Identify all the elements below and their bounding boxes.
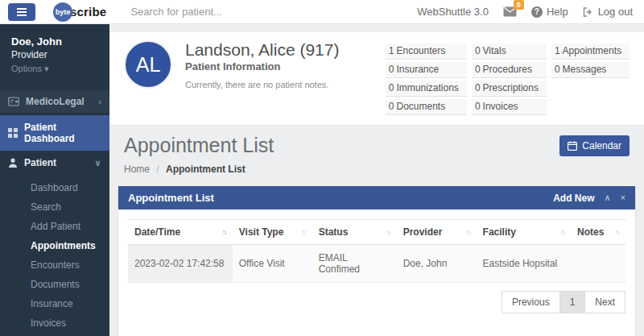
patient-header: AL Landson, Alice (917) Patient Informat… bbox=[109, 32, 644, 126]
hamburger-icon bbox=[16, 7, 27, 17]
table-header-row: Date/Time↑↓ Visit Type↑↓ Status↑↓ Provid… bbox=[128, 220, 625, 245]
sort-icon[interactable]: ↑↓ bbox=[560, 228, 564, 236]
logo-byte: byte bbox=[53, 2, 72, 22]
cell-datetime: 2023-02-02 17:42:58 bbox=[128, 245, 233, 283]
previous-page-button[interactable]: Previous bbox=[502, 291, 560, 313]
sidebar-item-search[interactable]: Search bbox=[0, 197, 109, 217]
stat-insurance[interactable]: 0Insurance bbox=[386, 62, 467, 78]
stat-invoices[interactable]: 0Invoices bbox=[472, 99, 547, 115]
logout-label: Log out bbox=[598, 6, 633, 18]
next-page-button[interactable]: Next bbox=[584, 291, 625, 313]
app-logo[interactable]: byte scribe bbox=[53, 2, 106, 22]
panel-title: Appointment List bbox=[128, 192, 214, 204]
stat-messages[interactable]: 0Messages bbox=[551, 62, 630, 78]
patient-notes-text: Currently, there are no patient notes. bbox=[185, 80, 339, 89]
help-icon: ? bbox=[531, 6, 543, 18]
stat-vitals[interactable]: 0Vitals bbox=[472, 44, 547, 60]
table-row[interactable]: 2023-02-02 17:42:58 Office Visit EMAIL C… bbox=[128, 245, 625, 283]
panel-header: Appointment List Add New ∧ × bbox=[118, 186, 635, 209]
col-header-datetime[interactable]: Date/Time↑↓ bbox=[128, 220, 233, 245]
close-panel-icon[interactable]: × bbox=[621, 193, 625, 202]
breadcrumb-separator: / bbox=[156, 164, 159, 175]
sidebar-item-more[interactable]: ∨ More... ‹ bbox=[0, 333, 109, 336]
stat-prescriptions[interactable]: 0Prescriptions bbox=[472, 81, 547, 97]
breadcrumb-current: Appointment List bbox=[166, 164, 246, 175]
logout-icon bbox=[583, 7, 594, 17]
menu-toggle-button[interactable] bbox=[8, 3, 35, 21]
sidebar: Doe, John Provider Options ▾ MedicoLegal… bbox=[0, 24, 109, 336]
patient-subtitle: Patient Information bbox=[185, 60, 339, 73]
sidebar-item-dashboard[interactable]: Dashboard bbox=[0, 178, 109, 197]
sort-icon[interactable]: ↑↓ bbox=[302, 228, 306, 236]
appointments-table: Date/Time↑↓ Visit Type↑↓ Status↑↓ Provid… bbox=[128, 219, 625, 283]
chevron-left-icon: ‹ bbox=[98, 97, 101, 106]
calendar-button-label: Calendar bbox=[582, 140, 621, 151]
logout-link[interactable]: Log out bbox=[583, 6, 633, 18]
sort-icon[interactable]: ↑↓ bbox=[615, 228, 619, 236]
sidebar-item-documents[interactable]: Documents bbox=[0, 275, 109, 294]
sidebar-item-medicolegal[interactable]: MedicoLegal ‹ bbox=[0, 90, 109, 113]
id-card-icon bbox=[8, 97, 19, 106]
cell-notes bbox=[571, 245, 625, 283]
stat-immunizations[interactable]: 0Immunizations bbox=[386, 81, 467, 97]
version-label: WebShuttle 3.0 bbox=[417, 6, 489, 18]
help-link[interactable]: ? Help bbox=[531, 6, 568, 18]
sidebar-item-label: MedicoLegal bbox=[26, 96, 92, 107]
grid-icon bbox=[8, 128, 18, 138]
page-title: Appointment List bbox=[124, 134, 274, 157]
patient-name: Landson, Alice (917) bbox=[185, 40, 339, 60]
logo-scribe: scribe bbox=[70, 5, 106, 19]
sidebar-item-encounters[interactable]: Encounters bbox=[0, 255, 109, 275]
chevron-down-icon: ∨ bbox=[94, 158, 101, 168]
sort-icon[interactable]: ↑↓ bbox=[386, 228, 390, 236]
search-input[interactable] bbox=[130, 6, 417, 18]
main-content: AL Landson, Alice (917) Patient Informat… bbox=[109, 24, 644, 336]
sidebar-user-name: Doe, John bbox=[11, 35, 98, 48]
person-icon bbox=[8, 158, 18, 168]
sidebar-item-invoices[interactable]: Invoices bbox=[0, 313, 109, 333]
sidebar-user-block: Doe, John Provider Options ▾ bbox=[0, 24, 109, 84]
sort-icon[interactable]: ↑↓ bbox=[222, 228, 226, 236]
breadcrumb-home-link[interactable]: Home bbox=[124, 164, 150, 175]
col-header-facility[interactable]: Facility↑↓ bbox=[477, 220, 571, 245]
sidebar-item-appointments[interactable]: Appointments bbox=[0, 236, 109, 255]
sidebar-item-patient[interactable]: Patient ∨ bbox=[0, 151, 109, 175]
patient-submenu: Dashboard Search Add Patient Appointment… bbox=[0, 175, 109, 336]
sidebar-item-patient-dashboard[interactable]: Patient Dashboard bbox=[0, 115, 109, 151]
patient-stats: 1Encounters 0Vitals 1Appointments 0Insur… bbox=[386, 40, 630, 115]
add-new-button[interactable]: Add New bbox=[553, 193, 594, 204]
cell-facility: Eastside Hopsital bbox=[477, 245, 571, 283]
sidebar-item-label: Patient bbox=[24, 157, 88, 168]
stat-appointments[interactable]: 1Appointments bbox=[551, 44, 630, 60]
pagination: Previous 1 Next bbox=[128, 291, 625, 325]
cell-provider: Doe, John bbox=[397, 245, 477, 283]
breadcrumb: Home / Appointment List bbox=[109, 157, 644, 186]
col-header-provider[interactable]: Provider↑↓ bbox=[397, 220, 477, 245]
help-label: Help bbox=[547, 6, 568, 18]
sidebar-item-label: Patient Dashboard bbox=[24, 122, 101, 144]
appointment-list-panel: Appointment List Add New ∧ × Date/Time↑↓… bbox=[118, 186, 636, 336]
collapse-panel-icon[interactable]: ∧ bbox=[605, 193, 611, 202]
page-number-button[interactable]: 1 bbox=[559, 291, 586, 313]
patient-avatar: AL bbox=[124, 40, 172, 89]
sidebar-user-role: Provider bbox=[11, 49, 98, 60]
sidebar-options-dropdown[interactable]: Options ▾ bbox=[11, 64, 98, 74]
col-header-status[interactable]: Status↑↓ bbox=[312, 220, 397, 245]
caret-down-icon: ▾ bbox=[44, 64, 49, 73]
sort-icon[interactable]: ↑↓ bbox=[466, 228, 470, 236]
stat-procedures[interactable]: 0Procedures bbox=[472, 62, 547, 78]
sidebar-item-insurance[interactable]: Insurance bbox=[0, 294, 109, 313]
messages-badge: 0 bbox=[514, 0, 524, 10]
cell-visit-type: Office Visit bbox=[233, 245, 312, 283]
topbar: byte scribe WebShuttle 3.0 0 ? Help Log … bbox=[0, 0, 644, 24]
sidebar-item-add-patient[interactable]: Add Patient bbox=[0, 217, 109, 236]
messages-button[interactable]: 0 bbox=[503, 6, 517, 17]
stat-encounters[interactable]: 1Encounters bbox=[386, 44, 467, 60]
cell-status: EMAIL Confimed bbox=[312, 245, 397, 283]
calendar-icon bbox=[568, 141, 577, 151]
col-header-visit-type[interactable]: Visit Type↑↓ bbox=[233, 220, 312, 245]
stat-documents[interactable]: 0Documents bbox=[386, 99, 467, 115]
calendar-button[interactable]: Calendar bbox=[559, 135, 630, 156]
col-header-notes[interactable]: Notes↑↓ bbox=[571, 220, 625, 245]
